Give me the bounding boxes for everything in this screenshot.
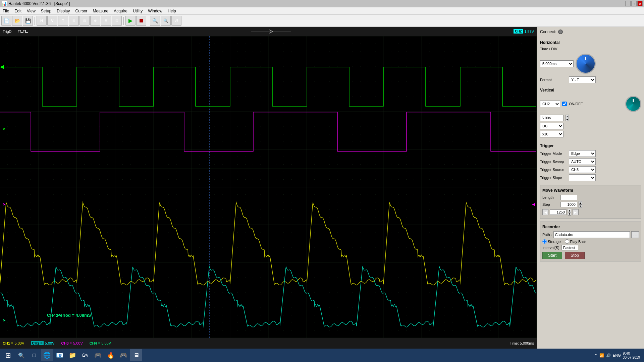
toolbar-ref[interactable]: R: [101, 16, 111, 26]
vertical-ch-row: CH2 ON/OFF: [540, 95, 641, 113]
browse-button[interactable]: ...: [631, 231, 639, 238]
menu-measure[interactable]: Measure: [90, 8, 111, 14]
playback-radio[interactable]: [565, 239, 569, 244]
move-left-btn[interactable]: |◀: [542, 209, 548, 215]
menu-display[interactable]: Display: [54, 8, 72, 14]
step-input[interactable]: [560, 202, 577, 207]
toolbar-ch3[interactable]: T: [58, 16, 68, 26]
recorder-title: Recorder: [542, 224, 639, 230]
connect-label: Connect:: [540, 29, 556, 34]
toolbar-zoom-out[interactable]: 🔍: [161, 16, 171, 26]
ch2-label-badge: CH2 =: [31, 341, 44, 345]
position-spinners: ▲ ▼: [568, 209, 571, 216]
clock-date: 30-07-2019: [623, 356, 640, 359]
menu-acquire[interactable]: Acquire: [111, 8, 130, 14]
menu-file[interactable]: File: [0, 8, 12, 14]
start-button[interactable]: Start: [542, 252, 562, 259]
probe-select[interactable]: x10: [540, 131, 564, 137]
format-select[interactable]: Y - T: [569, 76, 596, 83]
toolbar-ch2[interactable]: V: [47, 16, 57, 26]
toolbar-stop[interactable]: ⏹: [136, 16, 146, 26]
toolbar-zoom[interactable]: ⊡: [112, 16, 122, 26]
tray-arrow[interactable]: ⌃: [594, 353, 597, 358]
ch4-voltage: 5.00V: [101, 341, 111, 345]
minimize-button[interactable]: ─: [625, 1, 631, 6]
toolbar-cursor[interactable]: ⊕: [90, 16, 100, 26]
toolbar-open[interactable]: 📂: [12, 16, 22, 26]
step-up-btn[interactable]: ▲: [579, 201, 582, 204]
storage-label[interactable]: Storage: [542, 239, 561, 244]
interval-input[interactable]: [561, 245, 578, 250]
voltage-input[interactable]: [540, 115, 564, 121]
storage-radio[interactable]: [542, 239, 547, 244]
trigger-slope-select[interactable]: -: [569, 174, 596, 181]
taskbar-icon-app2[interactable]: 🔥: [105, 349, 117, 361]
taskbar-icon-mail[interactable]: 📧: [54, 349, 66, 361]
waveform-display[interactable]: CH4:Period = 4.08mS ➤ ➤ ➤ ◀: [0, 36, 537, 338]
close-button[interactable]: ✕: [637, 1, 643, 6]
toolbar: 📄 📂 💾 H V T ⊞ ⊟ ⊕ R ⊡ ▶ ⏹ 🔍 🔍 ↺: [0, 15, 644, 27]
voltage-up-btn[interactable]: ▲: [566, 115, 569, 118]
trigger-source-select[interactable]: CH3: [569, 166, 596, 173]
start-button[interactable]: ⊞: [1, 349, 15, 361]
search-taskbar[interactable]: 🔍: [15, 349, 28, 361]
trig-waveform-icon: [18, 29, 28, 34]
taskbar-icon-edge[interactable]: 🌐: [41, 349, 53, 361]
vertical-ch-select[interactable]: CH2: [540, 101, 560, 107]
format-label: Format: [540, 78, 567, 82]
horizontal-knob[interactable]: [576, 54, 596, 74]
task-view-button[interactable]: □: [28, 349, 40, 361]
voltage-down-btn[interactable]: ▼: [566, 118, 569, 121]
toolbar-fit[interactable]: ↺: [171, 16, 181, 26]
menu-cursor[interactable]: Cursor: [73, 8, 90, 14]
pos-up-btn[interactable]: ▲: [568, 209, 571, 212]
taskbar-icon-explorer[interactable]: 📁: [66, 349, 78, 361]
toolbar-ch1[interactable]: H: [37, 16, 47, 26]
toolbar-new[interactable]: 📄: [1, 16, 11, 26]
menu-edit[interactable]: Edit: [12, 8, 24, 14]
trigger-mode-select[interactable]: Edge: [569, 150, 596, 157]
pos-down-btn[interactable]: ▼: [568, 212, 571, 216]
move-right-btn[interactable]: ▶|: [573, 209, 579, 215]
stop-button[interactable]: Stop: [565, 252, 585, 259]
coupling-select[interactable]: DC: [540, 123, 564, 129]
taskbar-icon-app3[interactable]: 🎮: [117, 349, 129, 361]
scope-top-bar: TrigD CH2 1.57V: [0, 27, 537, 36]
system-tray: ⌃ 📶 🔊 30-07-2019 ENG 9:40 30-07-2019: [592, 351, 643, 359]
ch4-status: CH4 = 5.00V: [90, 341, 111, 345]
taskbar-icon-store[interactable]: 🛍: [79, 349, 91, 361]
oscilloscope-canvas[interactable]: [0, 36, 537, 338]
trigger-sweep-select[interactable]: AUTO: [569, 158, 596, 165]
time-div-select[interactable]: 5.000ms: [540, 60, 574, 67]
trigger-slope-row: Trigger Slope -: [540, 174, 641, 181]
trigger-source-row: Trigger Source CH3: [540, 166, 641, 173]
horizontal-section: Horizontal Time / DIV 5.000ms Format Y -…: [540, 40, 641, 84]
playback-label[interactable]: Play Back: [565, 239, 587, 244]
length-value: 4096: [560, 195, 577, 200]
menu-utility[interactable]: Utility: [130, 8, 145, 14]
toolbar-zoom-in[interactable]: 🔍: [150, 16, 160, 26]
path-input[interactable]: [553, 231, 630, 238]
step-spinners: ▲ ▼: [579, 201, 582, 208]
toolbar-save[interactable]: 💾: [23, 16, 33, 26]
main-area: TrigD CH2 1.57V CH4:Period = 4.08mS: [0, 27, 644, 355]
menu-help[interactable]: Help: [165, 8, 179, 14]
menu-setup[interactable]: Setup: [38, 8, 54, 14]
position-input[interactable]: [550, 209, 567, 215]
maximize-button[interactable]: □: [631, 1, 637, 6]
toolbar-measure1[interactable]: ⊞: [69, 16, 79, 26]
taskbar-icon-scope[interactable]: 🖥: [130, 349, 142, 361]
length-row: Length 4096: [542, 195, 639, 200]
horizontal-knob-container: [576, 54, 596, 74]
step-down-btn[interactable]: ▼: [579, 204, 582, 208]
toolbar-run[interactable]: ▶: [125, 16, 136, 26]
onoff-checkbox[interactable]: [562, 102, 567, 106]
vertical-knob[interactable]: [625, 96, 641, 112]
menu-view[interactable]: View: [24, 8, 38, 14]
menu-window[interactable]: Window: [145, 8, 165, 14]
taskbar-icon-app1[interactable]: 🎮: [92, 349, 104, 361]
toolbar-measure2[interactable]: ⊟: [79, 16, 90, 26]
right-edge-marker: ◀: [532, 202, 535, 206]
connect-indicator: [558, 29, 563, 34]
titlebar-left: 📊 Hantek-6000 Ver.2.1.36 - [Scope1]: [1, 1, 70, 6]
